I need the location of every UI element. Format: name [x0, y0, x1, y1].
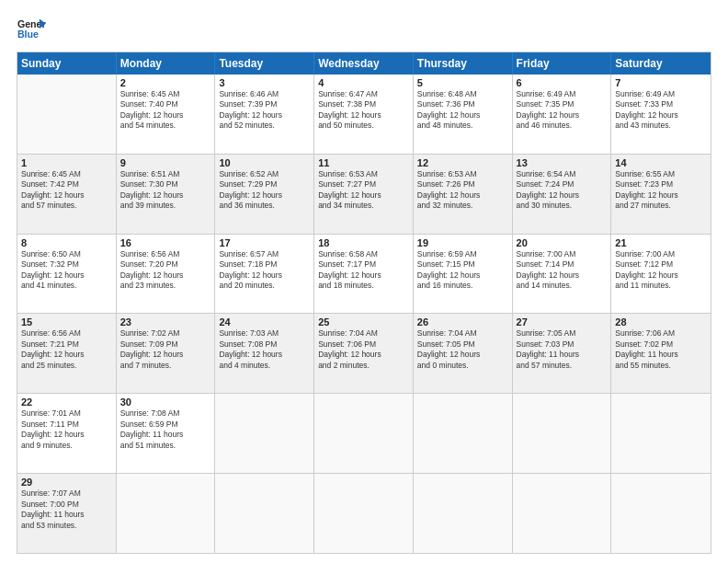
calendar-cell: 3Sunrise: 6:46 AMSunset: 7:39 PMDaylight… [215, 75, 314, 154]
day-number: 23 [120, 316, 211, 327]
day-info: Sunrise: 6:48 AMSunset: 7:36 PMDaylight:… [417, 89, 508, 132]
day-info: Sunrise: 7:07 AMSunset: 7:00 PMDaylight:… [21, 488, 112, 531]
calendar-cell: 16Sunrise: 6:56 AMSunset: 7:20 PMDayligh… [117, 235, 216, 314]
svg-text:Blue: Blue [17, 29, 39, 40]
calendar-cell: 22Sunrise: 7:01 AMSunset: 7:11 PMDayligh… [17, 394, 117, 473]
calendar-row: 15Sunrise: 6:56 AMSunset: 7:21 PMDayligh… [17, 314, 711, 394]
calendar-cell [414, 474, 513, 553]
calendar-cell: 4Sunrise: 6:47 AMSunset: 7:38 PMDaylight… [314, 75, 414, 154]
header-day-tuesday: Tuesday [215, 52, 314, 75]
day-info: Sunrise: 6:55 AMSunset: 7:23 PMDaylight:… [615, 169, 707, 212]
day-number: 19 [417, 237, 508, 248]
day-number: 5 [417, 77, 508, 88]
header-day-monday: Monday [117, 52, 216, 75]
calendar-cell [314, 474, 414, 553]
calendar-cell: 1Sunrise: 6:45 AMSunset: 7:42 PMDaylight… [17, 155, 117, 234]
logo: General Blue [17, 17, 46, 42]
day-number: 30 [120, 396, 211, 408]
day-number: 2 [120, 77, 211, 88]
calendar-cell: 11Sunrise: 6:53 AMSunset: 7:27 PMDayligh… [314, 155, 414, 234]
day-info: Sunrise: 7:08 AMSunset: 6:59 PMDaylight:… [120, 408, 211, 451]
day-number: 11 [318, 157, 409, 168]
day-number: 28 [615, 316, 707, 327]
header-day-thursday: Thursday [414, 52, 513, 75]
day-info: Sunrise: 6:51 AMSunset: 7:30 PMDaylight:… [120, 169, 211, 212]
header-day-friday: Friday [513, 52, 612, 75]
day-info: Sunrise: 6:49 AMSunset: 7:33 PMDaylight:… [615, 89, 707, 132]
day-number: 26 [417, 316, 508, 327]
calendar-cell [611, 394, 711, 473]
day-info: Sunrise: 7:00 AMSunset: 7:12 PMDaylight:… [615, 249, 707, 292]
day-number: 13 [517, 157, 608, 168]
calendar-cell: 26Sunrise: 7:04 AMSunset: 7:05 PMDayligh… [414, 314, 513, 393]
calendar-cell [314, 394, 414, 473]
header-day-sunday: Sunday [17, 52, 117, 75]
calendar-cell [513, 474, 612, 553]
day-number: 4 [318, 77, 409, 88]
day-number: 9 [120, 157, 211, 168]
calendar-cell: 2Sunrise: 6:45 AMSunset: 7:40 PMDaylight… [117, 75, 216, 154]
day-number: 15 [21, 316, 112, 327]
calendar: SundayMondayTuesdayWednesdayThursdayFrid… [17, 52, 711, 554]
calendar-cell: 18Sunrise: 6:58 AMSunset: 7:17 PMDayligh… [314, 235, 414, 314]
calendar-cell: 15Sunrise: 6:56 AMSunset: 7:21 PMDayligh… [17, 314, 117, 393]
calendar-cell: 23Sunrise: 7:02 AMSunset: 7:09 PMDayligh… [117, 314, 216, 393]
day-info: Sunrise: 7:05 AMSunset: 7:03 PMDaylight:… [517, 328, 608, 371]
day-info: Sunrise: 6:56 AMSunset: 7:21 PMDaylight:… [21, 328, 112, 371]
calendar-cell: 25Sunrise: 7:04 AMSunset: 7:06 PMDayligh… [314, 314, 414, 393]
day-number: 25 [318, 316, 409, 327]
day-info: Sunrise: 7:02 AMSunset: 7:09 PMDaylight:… [120, 328, 211, 371]
calendar-cell [117, 474, 216, 553]
calendar-cell: 28Sunrise: 7:06 AMSunset: 7:02 PMDayligh… [611, 314, 711, 393]
day-number: 27 [517, 316, 608, 327]
header-day-saturday: Saturday [611, 52, 711, 75]
calendar-row: 1Sunrise: 6:45 AMSunset: 7:42 PMDaylight… [17, 155, 711, 235]
day-number: 8 [21, 237, 112, 248]
calendar-cell: 24Sunrise: 7:03 AMSunset: 7:08 PMDayligh… [215, 314, 314, 393]
day-number: 17 [219, 237, 310, 248]
day-info: Sunrise: 6:56 AMSunset: 7:20 PMDaylight:… [120, 249, 211, 292]
calendar-cell [215, 474, 314, 553]
day-info: Sunrise: 6:50 AMSunset: 7:32 PMDaylight:… [21, 249, 112, 292]
day-number: 7 [615, 77, 707, 88]
day-number: 22 [21, 396, 112, 408]
calendar-cell: 21Sunrise: 7:00 AMSunset: 7:12 PMDayligh… [611, 235, 711, 314]
day-info: Sunrise: 6:47 AMSunset: 7:38 PMDaylight:… [318, 89, 409, 132]
calendar-cell: 17Sunrise: 6:57 AMSunset: 7:18 PMDayligh… [215, 235, 314, 314]
calendar-cell: 27Sunrise: 7:05 AMSunset: 7:03 PMDayligh… [513, 314, 612, 393]
calendar-row: 2Sunrise: 6:45 AMSunset: 7:40 PMDaylight… [17, 75, 711, 155]
calendar-row: 8Sunrise: 6:50 AMSunset: 7:32 PMDaylight… [17, 235, 711, 315]
day-number: 21 [615, 237, 707, 248]
day-number: 3 [219, 77, 310, 88]
day-info: Sunrise: 6:52 AMSunset: 7:29 PMDaylight:… [219, 169, 310, 212]
calendar-cell: 14Sunrise: 6:55 AMSunset: 7:23 PMDayligh… [611, 155, 711, 234]
day-info: Sunrise: 7:03 AMSunset: 7:08 PMDaylight:… [219, 328, 310, 371]
day-number: 24 [219, 316, 310, 327]
calendar-cell [17, 75, 117, 154]
calendar-cell: 29Sunrise: 7:07 AMSunset: 7:00 PMDayligh… [17, 474, 117, 553]
calendar-cell: 6Sunrise: 6:49 AMSunset: 7:35 PMDaylight… [513, 75, 612, 154]
day-info: Sunrise: 6:49 AMSunset: 7:35 PMDaylight:… [517, 89, 608, 132]
calendar-row: 22Sunrise: 7:01 AMSunset: 7:11 PMDayligh… [17, 394, 711, 474]
calendar-header: SundayMondayTuesdayWednesdayThursdayFrid… [17, 52, 711, 75]
day-number: 6 [517, 77, 608, 88]
calendar-cell [513, 394, 612, 473]
day-info: Sunrise: 6:59 AMSunset: 7:15 PMDaylight:… [417, 249, 508, 292]
calendar-cell [215, 394, 314, 473]
calendar-cell: 5Sunrise: 6:48 AMSunset: 7:36 PMDaylight… [414, 75, 513, 154]
day-info: Sunrise: 6:53 AMSunset: 7:26 PMDaylight:… [417, 169, 508, 212]
day-info: Sunrise: 7:06 AMSunset: 7:02 PMDaylight:… [615, 328, 707, 371]
day-number: 14 [615, 157, 707, 168]
day-number: 29 [21, 477, 112, 488]
calendar-cell: 19Sunrise: 6:59 AMSunset: 7:15 PMDayligh… [414, 235, 513, 314]
day-number: 12 [417, 157, 508, 168]
day-info: Sunrise: 6:54 AMSunset: 7:24 PMDaylight:… [517, 169, 608, 212]
day-info: Sunrise: 6:58 AMSunset: 7:17 PMDaylight:… [318, 249, 409, 292]
day-number: 10 [219, 157, 310, 168]
calendar-row: 29Sunrise: 7:07 AMSunset: 7:00 PMDayligh… [17, 474, 711, 553]
header-day-wednesday: Wednesday [314, 52, 414, 75]
day-info: Sunrise: 7:01 AMSunset: 7:11 PMDaylight:… [21, 408, 112, 451]
calendar-cell: 9Sunrise: 6:51 AMSunset: 7:30 PMDaylight… [117, 155, 216, 234]
day-info: Sunrise: 7:04 AMSunset: 7:06 PMDaylight:… [318, 328, 409, 371]
calendar-cell: 10Sunrise: 6:52 AMSunset: 7:29 PMDayligh… [215, 155, 314, 234]
